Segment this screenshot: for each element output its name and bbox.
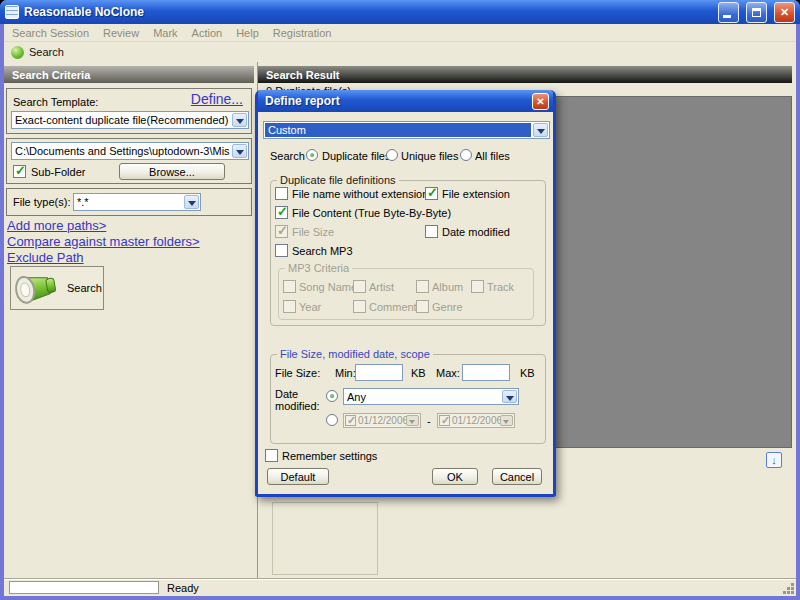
radio-date-range[interactable] [326,414,338,426]
date-to-value: 01/12/2006 [452,415,502,426]
checkbox-file-extension-label: File extension [442,188,510,200]
remember-settings-checkbox[interactable] [265,449,278,462]
menu-mark[interactable]: Mark [153,27,177,39]
checkbox-song-name [283,280,296,293]
browse-button[interactable]: Browse... [119,163,225,180]
date-any-combo[interactable]: Any [343,388,519,405]
radio-unique-files[interactable] [386,149,398,161]
radio-all-files-label: All files [475,150,510,162]
ok-button[interactable]: OK [432,468,478,485]
checkbox-track-label: Track [487,281,514,293]
close-icon: ✕ [536,96,544,107]
dialog-title-bar: Define report ✕ [258,90,553,112]
min-label: Min: [335,367,356,379]
tool-bar: Search [4,42,796,62]
toolbar-search-button[interactable]: Search [29,46,64,58]
search-criteria-header: Search Criteria [4,66,254,83]
date-from-picker: 01/12/2006 [343,413,421,428]
search-icon [11,46,24,59]
chevron-down-icon[interactable] [184,195,199,209]
dialog-close-button[interactable]: ✕ [532,93,549,110]
checkbox-file-name-without-extension[interactable] [275,187,288,200]
date-to-checkbox [439,415,450,426]
checkbox-file-content[interactable] [275,206,288,219]
search-button-label: Search [67,282,102,294]
title-bar: Reasonable NoClone ✕ [0,0,800,24]
checkbox-genre [416,300,429,313]
chevron-down-icon[interactable] [502,390,517,403]
flashlight-icon [8,264,64,312]
checkbox-album-label: Album [432,281,463,293]
mp3-criteria-legend: MP3 Criteria [285,262,352,274]
define-report-dialog: Define report ✕ Custom Search Duplicate … [255,90,556,497]
window-title: Reasonable NoClone [24,5,711,19]
app-window: Reasonable NoClone ✕ Search Session Revi… [0,0,800,600]
status-text: Ready [167,582,199,594]
radio-unique-files-label: Unique files [401,150,458,162]
subfolder-label: Sub-Folder [31,166,85,178]
add-more-paths-link[interactable]: Add more paths> [7,218,106,233]
menu-registration[interactable]: Registration [273,27,332,39]
radio-date-any[interactable] [326,390,338,402]
min-size-input[interactable] [355,364,403,381]
date-range-separator: - [427,415,431,427]
checkbox-file-content-label: File Content (True Byte-By-Byte) [292,207,451,219]
preset-combo-value: Custom [265,123,531,137]
chevron-down-icon[interactable] [232,144,247,158]
menu-review[interactable]: Review [103,27,139,39]
date-from-checkbox [345,415,356,426]
chevron-down-icon [500,415,513,426]
kb-label-max: KB [520,367,535,379]
subfolder-checkbox[interactable] [13,165,26,178]
define-link[interactable]: Define... [191,91,243,107]
date-to-picker: 01/12/2006 [437,413,515,428]
template-group: Search Template: Define... Exact-content… [6,88,252,134]
date-modified-label-2: modified: [275,400,320,412]
default-button[interactable]: Default [267,468,329,485]
menu-search-session[interactable]: Search Session [12,27,89,39]
checkbox-search-mp3-label: Search MP3 [292,245,353,257]
minimize-icon [723,15,731,18]
dialog-title: Define report [265,94,532,108]
close-button[interactable]: ✕ [774,2,795,23]
menu-bar: Search Session Review Mark Action Help R… [4,24,796,42]
search-button[interactable]: Search [10,266,104,310]
filetype-combo[interactable]: *.* [73,193,201,211]
radio-duplicate-files[interactable] [306,149,318,161]
progress-indicator [9,581,159,594]
checkbox-file-extension[interactable] [425,187,438,200]
menu-action[interactable]: Action [192,27,223,39]
dialog-search-label: Search [270,150,305,162]
checkbox-date-modified[interactable] [425,225,438,238]
exclude-path-link[interactable]: Exclude Path [7,250,84,265]
radio-all-files[interactable] [460,149,472,161]
export-down-icon[interactable]: ↓ [766,452,782,468]
minimize-button[interactable] [718,2,739,23]
preset-combo[interactable]: Custom [263,121,550,139]
maximize-button[interactable] [746,2,767,23]
checkbox-year-label: Year [299,301,321,313]
checkbox-date-modified-label: Date modified [442,226,510,238]
checkbox-genre-label: Genre [432,301,463,313]
max-size-input[interactable] [462,364,510,381]
checkbox-comment-label: Comment [369,301,417,313]
template-combo-value: Exact-content duplicate file(Recommended… [15,114,228,126]
chevron-down-icon[interactable] [232,113,247,127]
scope-legend: File Size, modified date, scope [277,348,433,360]
maximize-icon [752,8,761,17]
cancel-button[interactable]: Cancel [492,468,542,485]
checkbox-file-size-label: File Size [292,226,334,238]
chevron-down-icon[interactable] [533,123,548,137]
date-modified-label-1: Date [275,388,298,400]
menu-help[interactable]: Help [236,27,259,39]
template-label: Search Template: [13,96,98,108]
template-combo[interactable]: Exact-content duplicate file(Recommended… [11,111,249,129]
checkbox-file-name-without-extension-label: File name without extension [292,188,428,200]
remember-settings-label: Remember settings [282,450,377,462]
max-label: Max: [436,367,460,379]
checkbox-search-mp3[interactable] [275,244,288,257]
path-combo[interactable]: C:\Documents and Settings\uptodown-3\Mis… [11,142,249,160]
date-from-value: 01/12/2006 [358,415,408,426]
compare-master-folders-link[interactable]: Compare against master folders> [7,234,200,249]
resize-grip[interactable] [791,591,794,594]
